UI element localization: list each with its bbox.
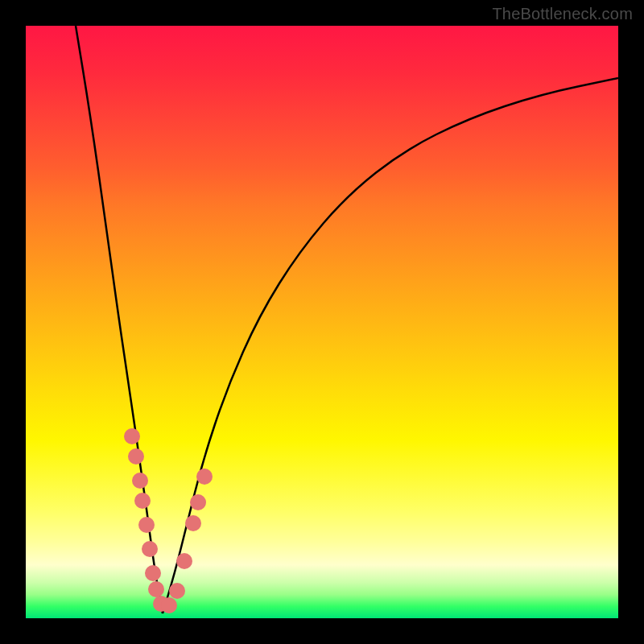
chart-frame: TheBottleneck.com <box>0 0 644 644</box>
curve-right-branch <box>163 78 618 613</box>
curve-marker <box>124 428 140 444</box>
curve-marker <box>161 597 177 613</box>
curve-marker <box>169 583 185 599</box>
curve-markers <box>124 428 213 613</box>
chart-plot-area <box>26 26 618 618</box>
curve-marker <box>185 515 201 531</box>
watermark-text: TheBottleneck.com <box>492 5 633 23</box>
curve-marker <box>196 469 213 485</box>
curve-marker <box>138 517 155 533</box>
curve-marker <box>142 541 158 557</box>
curve-marker <box>190 494 206 510</box>
curve-marker <box>132 473 148 489</box>
bottleneck-curve <box>26 26 618 618</box>
curve-marker <box>148 581 164 597</box>
curve-marker <box>128 448 144 464</box>
curve-marker <box>134 493 151 509</box>
curve-marker <box>176 553 192 569</box>
curve-marker <box>145 565 161 581</box>
